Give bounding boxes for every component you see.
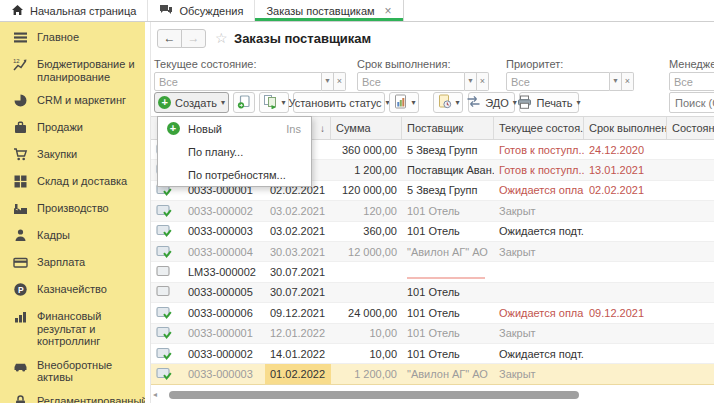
sidebar-item-finance[interactable]: Финансовый результат и контроллинг (0, 305, 150, 354)
sidebar-item-production[interactable]: Производство (0, 197, 150, 224)
sidebar-item-budgeting[interactable]: 12Бюджетирование и планирование (0, 53, 150, 89)
print-label: Печать (536, 97, 572, 109)
cell-number: 0033-000004 (183, 242, 265, 261)
tab-label: Обсуждения (179, 5, 243, 17)
tab-label: Заказы поставщикам (266, 5, 374, 17)
menu-item-1[interactable]: +НовыйIns (158, 117, 311, 140)
set-status-button[interactable]: Установить статус ▾ (293, 92, 385, 113)
table-row[interactable]: 0033-00000112.01.202210,00101 ОтельЗакры… (151, 324, 714, 344)
plus-icon: + (158, 96, 171, 109)
menu-item-2[interactable]: По плану... (158, 140, 311, 163)
clear-filter-icon[interactable]: × (334, 72, 346, 91)
cell-current-state: Закрыт (494, 242, 584, 261)
crm-icon (13, 94, 28, 110)
window-tab-bar: Начальная страницаОбсужденияЗаказы поста… (0, 0, 714, 22)
sidebar-item-treasury[interactable]: PКазначейство (0, 278, 150, 305)
column-header-state2[interactable]: Состояние (667, 117, 714, 139)
sidebar-item-sales[interactable]: Продажи (0, 116, 150, 143)
cell-current-state (494, 283, 584, 302)
create-button-label: Создать (175, 97, 217, 109)
sidebar-item-regulated[interactable]: Регламентированный учет (0, 390, 150, 403)
hr-icon (13, 229, 28, 245)
assets-icon (13, 359, 28, 375)
sidebar-item-label: Продажи (37, 121, 142, 134)
sidebar-item-label: Производство (37, 202, 142, 215)
posted-document-icon (151, 222, 183, 241)
table-row[interactable]: LM33-00000230.07.2021 (151, 262, 714, 282)
cell-state2 (667, 344, 714, 363)
sidebar-item-purchases[interactable]: Закупки (0, 143, 150, 170)
history-back-button[interactable]: ← (157, 29, 182, 48)
cell-number: 0033-000003 (183, 364, 265, 383)
cell-current-state: Готов к поступл... (494, 160, 584, 179)
scroll-left-icon[interactable]: ◂ (153, 390, 157, 399)
favorite-star-icon[interactable]: ☆ (215, 30, 228, 46)
sidebar-item-assets[interactable]: Внеоборотные активы (0, 354, 150, 390)
cell-supplier: 5 Звезд Групп (402, 181, 494, 200)
menu-item-shortcut: Ins (286, 123, 301, 135)
cell-current-state: Закрыт (494, 324, 584, 343)
due-date-input[interactable] (357, 72, 465, 91)
chevron-down-icon[interactable]: ▼ (465, 72, 477, 91)
window-tab-2[interactable]: Обсуждения (148, 0, 255, 21)
chevron-down-icon[interactable]: ▼ (322, 72, 334, 91)
cell-date: 30.03.2021 (265, 242, 331, 261)
cell-supplier: "Авилон АГ" АО (402, 364, 494, 383)
cell-supplier: 101 Отель (402, 303, 494, 322)
warehouse-icon (13, 175, 28, 191)
column-header-sum[interactable]: Сумма (331, 117, 402, 139)
history-forward-button[interactable]: → (181, 29, 206, 48)
sidebar-item-warehouse[interactable]: Склад и доставка (0, 170, 150, 197)
cell-state2 (667, 283, 714, 302)
scrollbar-thumb[interactable] (169, 391, 579, 399)
cell-state2 (667, 303, 714, 322)
current-state-input[interactable] (154, 72, 322, 91)
menu-item-3[interactable]: По потребностям... (158, 163, 311, 186)
window-tab-3[interactable]: Заказы поставщикам× (255, 0, 403, 21)
table-row[interactable]: 0033-00000301.02.20221 200,00"Авилон АГ"… (151, 364, 714, 384)
window-tab-1[interactable]: Начальная страница (0, 0, 148, 21)
priority-input[interactable] (506, 72, 610, 91)
column-header-current-state[interactable]: Текущее состоя... (494, 117, 584, 139)
cell-number: 0033-000005 (183, 283, 265, 302)
chat-icon (159, 4, 173, 18)
sidebar-item-label: Склад и доставка (37, 175, 142, 188)
table-row[interactable]: 0033-00000214.01.202210,00101 ОтельОжида… (151, 344, 714, 364)
tab-close-icon[interactable]: × (385, 4, 392, 18)
clear-filter-icon[interactable]: × (477, 72, 489, 91)
cell-current-state: Ожидается опла... (494, 181, 584, 200)
create-based-on-button[interactable]: ▾ (259, 92, 289, 113)
required-field-underline (407, 277, 485, 279)
reports-button[interactable]: ▾ (389, 92, 419, 113)
table-row[interactable]: 0033-00000303.02.2021360,00101 ОтельОжид… (151, 222, 714, 242)
clear-filter-icon[interactable]: × (622, 72, 634, 91)
print-button[interactable]: Печать ▾ (519, 92, 579, 113)
cell-sum: 120 000,00 (331, 181, 402, 200)
table-row[interactable]: 0033-00000203.02.2021120,00101 ОтельЗакр… (151, 201, 714, 221)
cell-state2 (667, 160, 714, 179)
table-row[interactable]: 0033-00000609.12.202124 000,00101 ОтельО… (151, 303, 714, 323)
cell-sum: 360,00 (331, 222, 402, 241)
sidebar-item-sections[interactable]: Главное (0, 26, 150, 53)
manager-input[interactable] (669, 72, 714, 91)
chevron-down-icon: ▾ (282, 98, 286, 107)
chevron-down-icon[interactable]: ▼ (610, 72, 622, 91)
table-row[interactable]: 0033-00000430.03.202112 000,00"Авилон АГ… (151, 242, 714, 262)
sidebar-item-hr[interactable]: Кадры (0, 224, 150, 251)
create-button[interactable]: + Создать ▾ (154, 92, 229, 113)
sidebar-item-label: Бюджетирование и планирование (37, 58, 142, 83)
column-header-supplier[interactable]: Поставщик (402, 117, 494, 139)
unposted-document-icon (151, 283, 183, 302)
cell-due-date (584, 283, 667, 302)
attachments-button[interactable]: ▾ (433, 92, 463, 113)
salary-icon (13, 256, 28, 272)
sidebar-item-salary[interactable]: Зарплата (0, 251, 150, 278)
posted-document-icon (151, 303, 183, 322)
copy-document-button[interactable] (233, 92, 255, 113)
edo-button[interactable]: ЭДО ▾ (468, 92, 515, 113)
table-row[interactable]: 0033-00000530.07.2021101 Отель (151, 283, 714, 303)
filter-manager: Менеджер: ▼ × (669, 58, 714, 91)
column-header-due-date[interactable]: Срок выполнения (584, 117, 667, 139)
search-input[interactable] (669, 92, 714, 113)
sidebar-item-crm[interactable]: CRM и маркетинг (0, 89, 150, 116)
